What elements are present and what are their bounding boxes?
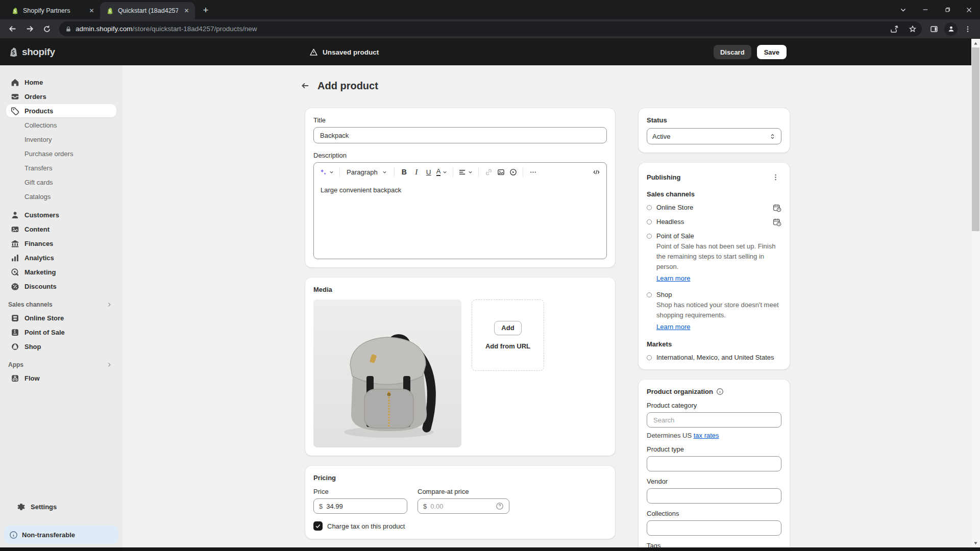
schedule-calendar-icon[interactable] [773,218,781,227]
scrollbar-thumb[interactable] [972,47,979,231]
alignment-button[interactable] [457,165,475,179]
compare-price-field: $ [418,498,509,514]
schedule-calendar-icon[interactable] [773,204,781,212]
publishing-heading: Publishing [647,173,680,181]
shopify-topbar: shopify Unsaved product Discard Save [0,39,980,65]
browser-menu-icon[interactable] [960,21,976,37]
address-bar[interactable]: admin.shopify.com/store/quickstart-18ad4… [59,21,922,36]
ai-magic-button[interactable] [318,165,336,179]
description-textarea[interactable]: Large convenient backpack [314,181,606,259]
scrollbar-down-arrow[interactable] [973,540,978,546]
sidebar-item-customers[interactable]: Customers [6,208,116,221]
underline-button[interactable]: U [423,165,435,179]
gear-icon [16,503,26,511]
compare-price-group: Compare-at price $ [418,488,509,514]
share-icon[interactable] [887,22,901,36]
save-button[interactable]: Save [757,45,787,59]
italic-button[interactable]: I [410,165,423,179]
insert-video-button[interactable] [507,165,519,179]
sidebar-item-home[interactable]: Home [6,76,116,89]
content-icon [10,225,19,234]
sidebar-item-collections[interactable]: Collections [6,118,116,132]
sidebar: Home Orders Products Collections Invento… [0,65,122,551]
bookmark-star-icon[interactable] [905,22,920,36]
help-icon[interactable] [496,502,504,510]
forward-button[interactable] [21,21,38,37]
product-type-input[interactable] [647,456,781,471]
compare-price-input[interactable] [430,503,496,510]
profile-avatar[interactable] [944,22,958,36]
sidebar-item-catalogs[interactable]: Catalogs [6,190,116,203]
sidebar-item-label: Content [24,226,50,233]
tab-shopify-partners[interactable]: Shopify Partners ✕ [5,2,100,19]
side-panel-icon[interactable] [926,21,942,37]
scrollbar-up-arrow[interactable] [973,41,978,46]
tax-rates-link[interactable]: tax rates [694,432,719,439]
new-tab-button[interactable]: + [198,3,213,18]
media-add-button[interactable]: Add [494,321,521,335]
charge-tax-checkbox[interactable] [313,521,323,531]
back-arrow-button[interactable] [298,79,312,93]
sidebar-item-orders[interactable]: Orders [6,90,116,103]
add-from-url-button[interactable]: Add from URL [485,342,530,350]
pos-learn-more-link[interactable]: Learn more [656,274,690,282]
sidebar-item-gift-cards[interactable]: Gift cards [6,176,116,189]
title-input[interactable] [313,127,607,143]
tab-close-icon[interactable]: ✕ [87,7,96,15]
sidebar-item-online-store[interactable]: Online Store [6,311,116,324]
sidebar-item-finances[interactable]: Finances [6,237,116,250]
price-input[interactable] [326,503,402,510]
shopify-favicon [11,7,19,15]
reload-button[interactable] [39,21,55,37]
page-scrollbar[interactable] [971,39,980,547]
paragraph-style-dropdown[interactable]: Paragraph [344,165,390,179]
channel-headless: Headless [647,218,781,227]
sidebar-item-purchase-orders[interactable]: Purchase orders [6,147,116,160]
info-icon[interactable] [716,388,724,395]
sidebar-item-flow[interactable]: Flow [6,371,116,385]
sidebar-item-shop[interactable]: Shop [6,340,116,353]
sidebar-item-label: Shop [24,343,41,350]
link-button[interactable] [482,165,495,179]
vendor-input[interactable] [647,488,781,504]
media-dropzone[interactable]: Add Add from URL [472,299,544,371]
sidebar-item-products[interactable]: Products [6,104,116,117]
window-close-button[interactable] [958,0,980,19]
tab-search-icon[interactable] [892,0,914,19]
window-minimize-button[interactable] [914,0,936,19]
insert-image-button[interactable] [495,165,507,179]
currency-prefix: $ [319,503,323,510]
sidebar-item-marketing[interactable]: Marketing [6,265,116,279]
product-image-backpack[interactable] [313,299,461,447]
tab-close-icon[interactable]: ✕ [182,7,191,15]
apps-header[interactable]: Apps [8,361,112,368]
sidebar-item-inventory[interactable]: Inventory [6,133,116,146]
chevron-down-icon [442,169,448,175]
bank-icon [10,239,19,248]
sidebar-item-transfers[interactable]: Transfers [6,161,116,174]
collections-input[interactable] [647,520,781,536]
status-select[interactable]: Active [647,128,781,144]
bold-button[interactable]: B [398,165,410,179]
more-formatting-button[interactable] [527,165,539,179]
sales-channels-label: Sales channels [647,190,781,198]
product-category-input[interactable] [647,412,781,428]
text-color-button[interactable]: A [435,165,450,179]
discard-button[interactable]: Discard [714,45,751,59]
code-view-button[interactable] [590,165,602,179]
non-transferable-banner[interactable]: Non-transferable [4,525,118,544]
sales-channels-header[interactable]: Sales channels [8,301,112,308]
sidebar-item-point-of-sale[interactable]: Point of Sale [6,325,116,339]
shop-learn-more-link[interactable]: Learn more [656,323,690,331]
browser-tabstrip: Shopify Partners ✕ Quickstart (18ad4257)… [0,0,980,19]
sidebar-item-content[interactable]: Content [6,222,116,236]
window-restore-button[interactable] [936,0,958,19]
sidebar-item-discounts[interactable]: Discounts [6,280,116,293]
back-button[interactable] [4,21,20,37]
publishing-menu-icon[interactable] [769,171,781,183]
publishing-card: Publishing Sales channels Online Store H… [639,163,790,369]
pricing-card: Pricing Price $ Compare-at price [305,466,615,539]
tab-quickstart-products[interactable]: Quickstart (18ad4257) · Products ✕ [100,2,195,19]
sidebar-item-analytics[interactable]: Analytics [6,251,116,264]
sidebar-item-settings[interactable]: Settings [12,500,110,513]
